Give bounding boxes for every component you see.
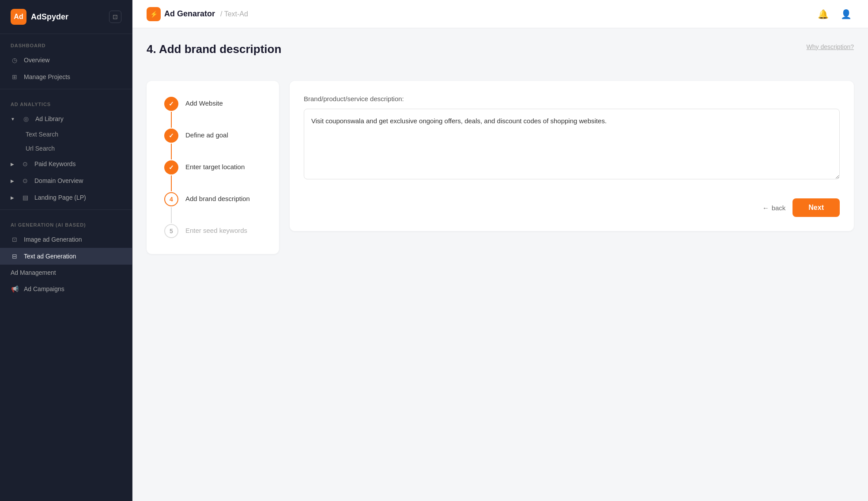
description-panel: Brand/product/service description: ← bac… bbox=[290, 81, 854, 231]
text-ad-icon: ⊟ bbox=[11, 252, 19, 260]
stepper-circle-2: ✓ bbox=[164, 129, 178, 143]
sidebar-item-text-search[interactable]: Text Search bbox=[0, 127, 132, 141]
stepper-label-1: Add Website bbox=[185, 97, 223, 107]
stepper-label-4: Add brand description bbox=[185, 192, 250, 202]
sidebar-item-overview[interactable]: ◷ Overview bbox=[0, 52, 132, 68]
folder-icon: ⊞ bbox=[11, 73, 19, 81]
topbar-right: 🔔 👤 bbox=[815, 6, 854, 22]
check-icon-1: ✓ bbox=[169, 100, 174, 107]
sidebar-item-ad-campaigns-label: Ad Campaigns bbox=[24, 285, 64, 292]
sidebar-item-landing-page-label: Landing Page (LP) bbox=[34, 194, 86, 201]
chevron-down-icon: ▼ bbox=[11, 117, 15, 121]
next-button[interactable]: Next bbox=[793, 198, 840, 217]
image-ad-icon: ⊡ bbox=[11, 235, 19, 243]
step-number-5: 5 bbox=[170, 228, 173, 235]
stepper-label-5: Enter seed keywords bbox=[185, 224, 247, 234]
back-button[interactable]: ← back bbox=[762, 204, 786, 212]
main-content: ⚡ Ad Genarator / Text-Ad 🔔 👤 4. Add bran… bbox=[132, 0, 868, 501]
logo-area: Ad AdSpyder ⊡ bbox=[0, 0, 132, 34]
stepper-circle-1: ✓ bbox=[164, 97, 178, 111]
sidebar: Ad AdSpyder ⊡ DASHBOARD ◷ Overview ⊞ Man… bbox=[0, 0, 132, 501]
megaphone-icon: 📢 bbox=[11, 285, 19, 293]
arrow-left-icon: ← bbox=[762, 204, 769, 212]
logo-text: AdSpyder bbox=[31, 12, 68, 22]
stepper-line-4: 4 bbox=[164, 192, 178, 224]
description-label: Brand/product/service description: bbox=[304, 95, 840, 102]
expand-icon: ⊡ bbox=[113, 13, 118, 20]
logo-icon: Ad bbox=[11, 9, 26, 25]
stepper-card: ✓ Add Website ✓ bbox=[147, 81, 279, 254]
sidebar-item-domain-overview-label: Domain Overview bbox=[34, 177, 83, 184]
chevron-right-icon: ▶ bbox=[11, 162, 14, 167]
sidebar-item-ad-campaigns[interactable]: 📢 Ad Campaigns bbox=[0, 281, 132, 297]
ad-library-icon: ◎ bbox=[22, 115, 30, 123]
url-search-label: Url Search bbox=[26, 145, 55, 152]
stepper-label-3: Enter target location bbox=[185, 160, 245, 171]
dashboard-section-label: DASHBOARD bbox=[0, 34, 132, 52]
domain-overview-icon: ⊙ bbox=[21, 177, 29, 185]
sidebar-item-text-ad-label: Text ad Generation bbox=[24, 253, 76, 260]
stepper-line-3: ✓ bbox=[164, 160, 178, 192]
divider-1 bbox=[0, 89, 132, 89]
sidebar-item-paid-keywords[interactable]: ▶ ⊙ Paid Keywords bbox=[0, 156, 132, 172]
sidebar-item-ad-library[interactable]: ▼ ◎ Ad Library bbox=[0, 110, 132, 127]
sidebar-item-paid-keywords-label: Paid Keywords bbox=[34, 160, 75, 167]
sidebar-item-image-ad-label: Image ad Generation bbox=[24, 236, 82, 243]
sidebar-item-image-ad[interactable]: ⊡ Image ad Generation bbox=[0, 231, 132, 248]
topbar: ⚡ Ad Genarator / Text-Ad 🔔 👤 bbox=[132, 0, 868, 28]
stepper-item-1: ✓ Add Website bbox=[164, 97, 261, 129]
page-heading: 4. Add brand description bbox=[147, 42, 281, 56]
topbar-title: Ad Genarator bbox=[164, 9, 215, 19]
stepper-item-2: ✓ Define ad goal bbox=[164, 129, 261, 160]
content-area: 4. Add brand description Why description… bbox=[132, 28, 868, 501]
why-description-link[interactable]: Why description? bbox=[807, 43, 854, 50]
sidebar-item-domain-overview[interactable]: ▶ ⊙ Domain Overview bbox=[0, 172, 132, 189]
divider-2 bbox=[0, 209, 132, 210]
connector-1 bbox=[171, 112, 172, 128]
stepper-label-2: Define ad goal bbox=[185, 129, 228, 139]
stepper-circle-5: 5 bbox=[164, 224, 178, 238]
stepper-item-3: ✓ Enter target location bbox=[164, 160, 261, 192]
stepper-line-5: 5 bbox=[164, 224, 178, 238]
sidebar-item-ad-management[interactable]: Ad Management bbox=[0, 265, 132, 281]
description-actions: ← back Next bbox=[304, 198, 840, 217]
topbar-breadcrumb: / Text-Ad bbox=[220, 10, 248, 18]
stepper-circle-3: ✓ bbox=[164, 160, 178, 175]
paid-keywords-icon: ⊙ bbox=[21, 160, 29, 168]
sidebar-item-url-search[interactable]: Url Search bbox=[0, 141, 132, 156]
ai-generation-section-label: AI GENERATION (AI BASED) bbox=[0, 213, 132, 231]
ad-analytics-section-label: AD ANALYTICS bbox=[0, 93, 132, 110]
stepper-line-1: ✓ bbox=[164, 97, 178, 129]
description-textarea[interactable] bbox=[304, 109, 840, 179]
sidebar-item-text-ad[interactable]: ⊟ Text ad Generation bbox=[0, 248, 132, 265]
clock-icon: ◷ bbox=[11, 56, 19, 64]
step-number-4: 4 bbox=[170, 196, 173, 203]
chevron-right-icon-2: ▶ bbox=[11, 178, 14, 183]
stepper-circle-4: 4 bbox=[164, 192, 178, 206]
landing-page-icon: ▤ bbox=[21, 194, 29, 201]
stepper-item-4: 4 Add brand description bbox=[164, 192, 261, 224]
user-icon: 👤 bbox=[841, 9, 852, 19]
sidebar-expand-button[interactable]: ⊡ bbox=[109, 11, 121, 23]
text-search-label: Text Search bbox=[26, 131, 58, 138]
description-form: Brand/product/service description: bbox=[304, 95, 840, 181]
stepper-item-5: 5 Enter seed keywords bbox=[164, 224, 261, 238]
bell-icon: 🔔 bbox=[818, 9, 829, 19]
check-icon-3: ✓ bbox=[169, 164, 174, 171]
sidebar-item-manage-projects-label: Manage Projects bbox=[24, 73, 70, 80]
sidebar-item-ad-management-label: Ad Management bbox=[11, 269, 56, 276]
sidebar-item-landing-page[interactable]: ▶ ▤ Landing Page (LP) bbox=[0, 189, 132, 206]
content-row: ✓ Add Website ✓ bbox=[147, 81, 854, 254]
stepper: ✓ Add Website ✓ bbox=[164, 97, 261, 238]
sidebar-item-ad-library-label: Ad Library bbox=[35, 115, 64, 122]
stepper-line-2: ✓ bbox=[164, 129, 178, 160]
topbar-app-icon: ⚡ bbox=[147, 7, 161, 21]
chevron-right-icon-3: ▶ bbox=[11, 195, 14, 200]
sidebar-item-manage-projects[interactable]: ⊞ Manage Projects bbox=[0, 68, 132, 85]
notification-button[interactable]: 🔔 bbox=[815, 6, 831, 22]
topbar-left: ⚡ Ad Genarator / Text-Ad bbox=[147, 7, 248, 21]
connector-2 bbox=[171, 144, 172, 159]
sidebar-item-overview-label: Overview bbox=[24, 57, 49, 64]
connector-3 bbox=[171, 175, 172, 191]
user-profile-button[interactable]: 👤 bbox=[838, 6, 854, 22]
